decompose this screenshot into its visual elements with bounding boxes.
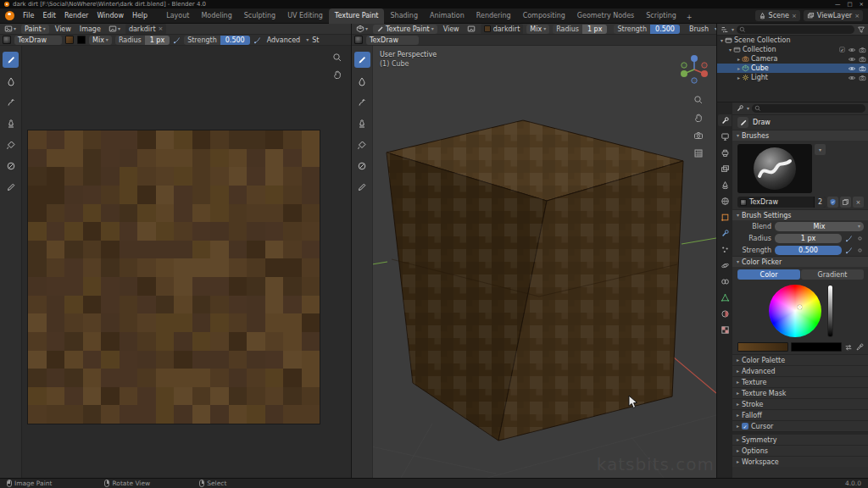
color-wheel-cursor[interactable] <box>798 305 802 309</box>
primary-color-swatch[interactable] <box>65 36 74 44</box>
paint-mode-dropdown[interactable]: Paint ▾ <box>21 25 49 34</box>
advanced-popover[interactable]: Advanced <box>264 36 303 44</box>
pressure-toggle-icon[interactable] <box>173 36 181 44</box>
mode-dropdown[interactable]: Texture Paint ▾ <box>373 25 437 34</box>
tab-gradient[interactable]: Gradient <box>801 269 864 280</box>
pressure-toggle-icon[interactable] <box>253 36 261 44</box>
eyedropper-icon[interactable] <box>855 343 864 352</box>
properties-tab-world[interactable] <box>718 195 732 207</box>
add-workspace-button[interactable]: + <box>682 11 697 24</box>
scene-unlink-icon[interactable]: × <box>792 13 797 19</box>
view-menu[interactable]: View <box>441 25 462 33</box>
tool-mask[interactable] <box>3 158 19 174</box>
brush-popover[interactable]: Brush <box>687 25 711 33</box>
panel-cursor[interactable]: ▸ ✓ Cursor <box>732 420 868 431</box>
secondary-color-swatch[interactable] <box>791 342 842 352</box>
panel-falloff[interactable]: ▸ Falloff <box>732 409 868 420</box>
close-button[interactable]: × <box>860 1 864 8</box>
brush-users-count[interactable]: 2 <box>814 197 826 208</box>
outliner-editor-icon[interactable] <box>721 25 729 34</box>
tool-annotate[interactable] <box>3 179 19 195</box>
menu-help[interactable]: Help <box>128 8 152 24</box>
hide-eye-icon[interactable] <box>848 65 856 72</box>
value-slider[interactable] <box>827 285 833 337</box>
animate-toggle-icon[interactable] <box>856 247 864 254</box>
menu-file[interactable]: File <box>19 8 38 24</box>
properties-search-input[interactable] <box>752 104 865 113</box>
radius-slider[interactable]: 1 px <box>775 234 842 243</box>
tool-draw[interactable] <box>3 52 19 68</box>
properties-tab-physics[interactable] <box>718 259 732 271</box>
brush-preview[interactable] <box>737 144 812 193</box>
orthographic-grid-icon[interactable] <box>693 148 704 158</box>
panel-workspace[interactable]: ▸ Workspace <box>732 456 868 467</box>
properties-tab-object[interactable] <box>718 211 732 223</box>
view-menu[interactable]: View <box>53 25 74 33</box>
hide-eye-icon[interactable] <box>848 56 856 63</box>
blend-mode-dropdown[interactable]: Mix ▾ <box>89 36 112 45</box>
3d-scene[interactable] <box>352 46 716 478</box>
panel-color-palette[interactable]: ▸ Color Palette <box>732 354 868 365</box>
stroke-popover-clipped[interactable]: St <box>312 36 322 44</box>
tab-modeling[interactable]: Modeling <box>195 8 237 24</box>
tab-layout[interactable]: Layout <box>160 8 195 24</box>
navigation-gizmo[interactable] <box>679 51 709 88</box>
primary-color-swatch[interactable] <box>737 342 788 352</box>
view-layer-selector[interactable]: ViewLayer × <box>804 10 863 21</box>
disclosure-icon[interactable]: ▾ <box>729 47 732 53</box>
tool-soften[interactable] <box>354 73 370 89</box>
properties-tab-view-layer[interactable] <box>718 163 732 175</box>
tool-annotate[interactable] <box>354 179 370 195</box>
tool-fill[interactable] <box>3 136 19 152</box>
disable-render-camera-icon[interactable] <box>859 75 866 81</box>
panel-color-picker[interactable]: ▾ Color Picker <box>732 256 868 267</box>
minimize-button[interactable]: — <box>835 1 841 8</box>
blend-dropdown[interactable]: Mix ▾ <box>775 222 864 231</box>
outliner-item-label[interactable]: Light <box>751 74 768 81</box>
outliner-item-label[interactable]: Scene Collection <box>734 36 791 44</box>
image-datablock[interactable]: darkdirt × <box>125 24 167 35</box>
tab-scripting[interactable]: Scripting <box>640 8 682 24</box>
outliner-row-light[interactable]: ▸ Light <box>717 73 868 82</box>
outliner-item-label[interactable]: Cube <box>751 64 769 72</box>
tool-soften[interactable] <box>3 73 19 89</box>
tab-color[interactable]: Color <box>737 269 800 280</box>
tool-mask[interactable] <box>354 158 370 174</box>
image-unlink-icon[interactable]: × <box>159 25 164 32</box>
panel-texture[interactable]: ▸ Texture <box>732 376 868 387</box>
menu-edit[interactable]: Edit <box>38 8 60 24</box>
tool-fill[interactable] <box>354 136 370 152</box>
properties-tab-material[interactable] <box>718 308 732 319</box>
outliner-row-cube[interactable]: ▸ Cube <box>717 64 868 73</box>
image-browse-button[interactable]: ▾ <box>107 25 122 34</box>
blend-mode-dropdown[interactable]: Mix ▾ <box>526 25 549 34</box>
menu-window[interactable]: Window <box>92 8 128 24</box>
maximize-button[interactable]: □ <box>847 1 852 8</box>
brush-selector[interactable]: TexDraw <box>14 36 62 45</box>
texture-slot-browse-button[interactable] <box>465 25 477 34</box>
brush-selector[interactable]: TexDraw <box>366 36 419 45</box>
color-wheel[interactable] <box>769 285 821 337</box>
properties-tab-modifiers[interactable] <box>718 227 732 239</box>
collection-checkbox[interactable]: ✓ <box>839 47 845 53</box>
tool-clone[interactable] <box>3 115 19 131</box>
editor-type-button[interactable]: ▾ <box>3 25 18 34</box>
texture-slot-selector[interactable]: darkdirt <box>481 24 524 35</box>
strength-slider[interactable]: Strength 0.500 <box>614 25 680 34</box>
dirt-texture-image[interactable] <box>28 130 320 424</box>
radius-slider[interactable]: Radius 1 px <box>115 36 170 45</box>
properties-tab-scene[interactable] <box>718 179 732 191</box>
scene-selector[interactable]: Scene × <box>755 10 800 21</box>
image-editor-canvas-area[interactable] <box>0 46 351 478</box>
panel-symmetry[interactable]: ▸ Symmetry <box>732 434 868 445</box>
tool-smear[interactable] <box>354 94 370 110</box>
new-brush-button[interactable] <box>840 197 851 208</box>
disable-render-camera-icon[interactable] <box>859 65 866 72</box>
image-menu[interactable]: Image <box>77 25 103 33</box>
brush-preview-dropdown-button[interactable]: ▾ <box>815 144 826 155</box>
unlink-brush-button[interactable]: × <box>853 197 864 208</box>
disclosure-icon[interactable]: ▸ <box>737 66 740 71</box>
panel-brush-settings[interactable]: ▾ Brush Settings <box>732 209 868 220</box>
filter-icon[interactable] <box>857 25 865 34</box>
properties-tab-particles[interactable] <box>718 243 732 255</box>
